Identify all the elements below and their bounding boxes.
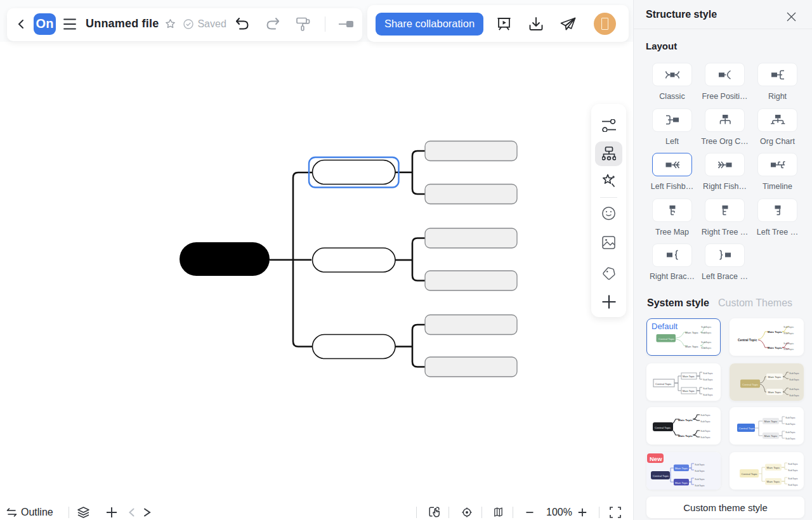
svg-text:Main Topic: Main Topic (764, 420, 778, 423)
svg-text:SubTopic: SubTopic (701, 325, 711, 328)
svg-text:Main Topic: Main Topic (764, 434, 778, 438)
svg-text:SubTopic: SubTopic (785, 416, 796, 419)
svg-text:Main Topic: Main Topic (683, 389, 695, 393)
svg-text:Central Topic: Central Topic (738, 339, 757, 342)
svg-text:SubTopic: SubTopic (785, 437, 796, 440)
svg-text:SubTopic: SubTopic (703, 393, 713, 396)
svg-text:Main Topic: Main Topic (766, 466, 780, 469)
svg-text:SubTopic: SubTopic (703, 372, 713, 375)
svg-text:Central Topic: Central Topic (655, 382, 672, 386)
svg-text:SubTopic: SubTopic (788, 469, 798, 472)
svg-text:SubTopic: SubTopic (785, 422, 796, 426)
svg-text:SubTopic: SubTopic (695, 469, 705, 472)
svg-text:Central Topic: Central Topic (741, 472, 757, 476)
svg-text:SubTopic: SubTopic (695, 478, 705, 481)
svg-text:Main Topic: Main Topic (768, 391, 782, 394)
svg-text:SubTopic: SubTopic (700, 413, 710, 417)
svg-text:SubTopic: SubTopic (703, 378, 713, 381)
svg-text:Default: Default (652, 322, 678, 331)
svg-text:SubTopic: SubTopic (783, 332, 794, 335)
svg-text:SubTopic: SubTopic (785, 431, 796, 434)
svg-text:SubTopic: SubTopic (789, 377, 799, 380)
svg-text:Main Topic: Main Topic (768, 375, 782, 379)
svg-text:New: New (650, 455, 662, 462)
svg-text:Central Topic: Central Topic (742, 382, 759, 386)
svg-text:Main Topic: Main Topic (768, 330, 782, 334)
svg-text:SubTopic: SubTopic (701, 340, 711, 343)
svg-text:SubTopic: SubTopic (788, 477, 798, 480)
svg-text:SubTopic: SubTopic (783, 325, 794, 328)
svg-text:SubTopic: SubTopic (789, 387, 799, 390)
svg-text:Main Topic: Main Topic (768, 346, 782, 349)
svg-text:SubTopic: SubTopic (700, 420, 710, 423)
svg-text:Main Topic: Main Topic (685, 331, 699, 334)
svg-text:SubTopic: SubTopic (701, 346, 711, 349)
svg-text:SubTopic: SubTopic (788, 462, 798, 465)
svg-text:Main Topic: Main Topic (678, 419, 693, 422)
svg-text:Main Topic: Main Topic (683, 375, 695, 378)
svg-text:Central Topic: Central Topic (653, 474, 669, 478)
svg-text:SubTopic: SubTopic (783, 348, 794, 351)
svg-text:Main Topic: Main Topic (766, 480, 780, 483)
svg-text:Main Topic: Main Topic (675, 481, 688, 484)
svg-text:Main Topic: Main Topic (675, 467, 688, 470)
svg-text:SubTopic: SubTopic (789, 393, 799, 396)
svg-text:Central Topic: Central Topic (658, 337, 675, 341)
svg-text:Main Topic: Main Topic (685, 345, 699, 348)
svg-text:SubTopic: SubTopic (700, 436, 710, 439)
svg-text:Central Topic: Central Topic (738, 427, 755, 430)
svg-text:SubTopic: SubTopic (789, 371, 799, 374)
svg-text:SubTopic: SubTopic (703, 387, 713, 390)
svg-text:SubTopic: SubTopic (701, 330, 711, 334)
svg-text:Central Topic: Central Topic (655, 426, 671, 429)
svg-text:Main Topic: Main Topic (678, 434, 693, 438)
svg-text:SubTopic: SubTopic (700, 429, 710, 432)
svg-text:SubTopic: SubTopic (783, 342, 794, 345)
svg-text:SubTopic: SubTopic (788, 483, 798, 486)
svg-text:SubTopic: SubTopic (695, 463, 705, 466)
svg-text:SubTopic: SubTopic (695, 484, 705, 487)
